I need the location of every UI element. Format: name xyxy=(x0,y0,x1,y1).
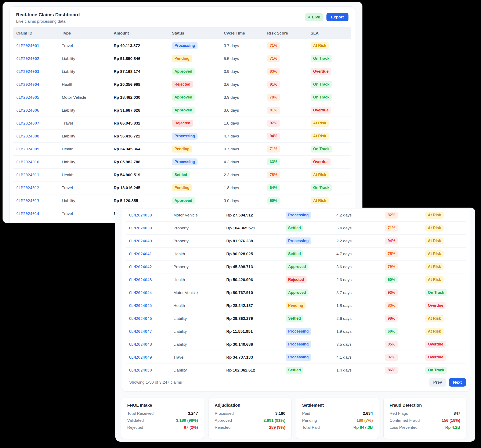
stat-value: 3,180 (98%) xyxy=(176,418,198,423)
claim-id-link[interactable]: CLM2024040 xyxy=(126,239,170,243)
claim-status-cell: Processing xyxy=(283,212,333,219)
claim-status-cell: Pending xyxy=(169,55,221,62)
cycle-time: 4.1 days xyxy=(333,355,382,360)
sla-badge: At Risk xyxy=(311,133,329,140)
page-title: Real-time Claims Dashboard xyxy=(16,12,80,18)
status-badge: Pending xyxy=(172,55,192,62)
claim-id-link[interactable]: CLM2024050 xyxy=(126,368,170,372)
risk-score-badge: 83% xyxy=(385,302,398,309)
cycle-time: 1.9 days xyxy=(333,329,382,334)
table-row: CLM2024045HealthRp 28.242.187Pending1.8 … xyxy=(126,299,466,312)
risk-score-cell: 71% xyxy=(264,55,308,62)
risk-score-cell: 79% xyxy=(382,263,422,271)
column-header-claim-id: Claim ID xyxy=(13,31,59,36)
risk-score-badge: 94% xyxy=(267,133,280,140)
sla-cell: Overdue xyxy=(308,107,351,114)
status-badge: Pending xyxy=(172,184,192,191)
claims-table-card: Real-time Claims Dashboard Live claims p… xyxy=(9,6,355,223)
stat-label: Confirmed Fraud xyxy=(390,418,420,423)
claim-type: Travel xyxy=(59,121,111,126)
claim-id-link[interactable]: CLM2024014 xyxy=(13,211,59,216)
cycle-time: 1.4 days xyxy=(333,368,382,372)
claim-status-cell: Pending xyxy=(169,184,221,191)
claim-status-cell: Processing xyxy=(169,42,221,49)
claim-id-link[interactable]: CLM2024004 xyxy=(13,82,59,87)
claim-amount: Rp 18.016.245 xyxy=(111,186,169,190)
risk-score-badge: 94% xyxy=(385,237,398,245)
claim-id-link[interactable]: CLM2024047 xyxy=(126,329,170,334)
summary-stat-row: Red Flags847 xyxy=(390,411,460,416)
claim-id-link[interactable]: CLM2024045 xyxy=(126,303,170,308)
table-row: CLM2024008LiabilityRp 56.436.722Processi… xyxy=(13,129,351,142)
risk-score-badge: 75% xyxy=(385,250,398,258)
claim-id-link[interactable]: CLM2024005 xyxy=(13,95,59,99)
sla-cell: At Risk xyxy=(308,42,351,49)
claim-type: Travel xyxy=(59,43,111,48)
claims-table-continued: CLM2024038Motor VehicleRp 27.584.912Proc… xyxy=(126,209,466,376)
claim-id-link[interactable]: CLM2024038 xyxy=(126,213,170,217)
status-badge: Settled xyxy=(286,315,303,322)
claim-amount: Rp 91.890.846 xyxy=(111,56,169,61)
claim-id-link[interactable]: CLM2024012 xyxy=(13,186,59,190)
claim-id-link[interactable]: CLM2024003 xyxy=(13,69,59,74)
sla-cell: On Track xyxy=(422,289,466,296)
claim-id-link[interactable]: CLM2024011 xyxy=(13,173,59,177)
table-row: CLM2024001TravelRp 40.113.872Processing3… xyxy=(13,39,351,52)
stat-label: Total Received xyxy=(127,411,154,416)
sla-badge: Overdue xyxy=(311,68,331,75)
claim-amount: Rp 29.862.279 xyxy=(223,316,283,321)
claim-id-link[interactable]: CLM2024009 xyxy=(13,147,59,151)
claim-id-link[interactable]: CLM2024001 xyxy=(13,43,59,48)
claim-id-link[interactable]: CLM2024043 xyxy=(126,277,170,282)
cycle-time: 4.7 days xyxy=(333,252,382,256)
sla-badge: At Risk xyxy=(311,197,329,205)
claim-type: Health xyxy=(59,82,111,87)
claim-amount: Rp 5.120.855 xyxy=(111,198,169,203)
claim-id-link[interactable]: CLM2024002 xyxy=(13,56,59,61)
claim-id-link[interactable]: CLM2024006 xyxy=(13,108,59,113)
table-row: CLM2024040PropertyRp 81.976.238Processin… xyxy=(126,234,466,247)
claim-id-link[interactable]: CLM2024042 xyxy=(126,265,170,269)
sla-cell: At Risk xyxy=(422,263,466,271)
claim-id-link[interactable]: CLM2024046 xyxy=(126,316,170,321)
column-header-cycle-time: Cycle Time xyxy=(221,31,264,36)
risk-score-cell: 63% xyxy=(264,159,308,166)
next-page-button[interactable]: Next xyxy=(449,378,466,387)
export-button[interactable]: Export xyxy=(326,13,348,21)
claim-type: Liability xyxy=(170,368,223,372)
claim-id-link[interactable]: CLM2024010 xyxy=(13,160,59,164)
status-badge: Processing xyxy=(286,354,311,361)
claim-type: Health xyxy=(170,277,223,282)
claim-id-link[interactable]: CLM2024044 xyxy=(126,290,170,295)
sla-cell: Overdue xyxy=(422,302,466,309)
status-badge: Settled xyxy=(286,225,303,232)
risk-score-cell: 93% xyxy=(382,289,422,296)
claim-id-link[interactable]: CLM2024008 xyxy=(13,134,59,138)
claim-amount: Rp 90.028.025 xyxy=(223,252,283,256)
summary-stat-row: Total PaidRp 847.3B xyxy=(302,425,373,430)
claim-id-link[interactable]: CLM2024049 xyxy=(126,355,170,359)
claim-id-link[interactable]: CLM2024048 xyxy=(126,342,170,347)
cycle-time: 3.6 days xyxy=(333,265,382,269)
stat-value: 2,891 (91%) xyxy=(263,418,286,423)
claim-id-link[interactable]: CLM2024041 xyxy=(126,252,170,256)
risk-score-cell: 78% xyxy=(264,94,308,101)
claim-type: Liability xyxy=(170,329,223,334)
cycle-time: 1.8 days xyxy=(221,121,264,126)
table-body-page2: CLM2024038Motor VehicleRp 27.584.912Proc… xyxy=(126,209,466,376)
risk-score-cell: 71% xyxy=(382,225,422,232)
risk-score-badge: 83% xyxy=(267,68,280,75)
sla-badge: At Risk xyxy=(425,315,443,322)
prev-page-button[interactable]: Prev xyxy=(429,378,446,387)
claim-amount: Rp 34.737.133 xyxy=(223,355,283,360)
claim-id-link[interactable]: CLM2024007 xyxy=(13,121,59,125)
page-subtitle: Live claims processing data xyxy=(16,19,80,24)
claim-amount: Rp 31.687.628 xyxy=(111,108,169,113)
summary-stat-row: Validated3,180 (98%) xyxy=(127,418,198,423)
claim-id-link[interactable]: CLM2024013 xyxy=(13,198,59,203)
risk-score-badge: 71% xyxy=(385,225,398,232)
column-header-sla: SLA xyxy=(308,31,351,36)
summary-card: FNOL IntakeTotal Received3,247Validated3… xyxy=(121,398,204,439)
claim-id-link[interactable]: CLM2024039 xyxy=(126,226,170,230)
summary-stat-row: Total Received3,247 xyxy=(127,411,198,416)
